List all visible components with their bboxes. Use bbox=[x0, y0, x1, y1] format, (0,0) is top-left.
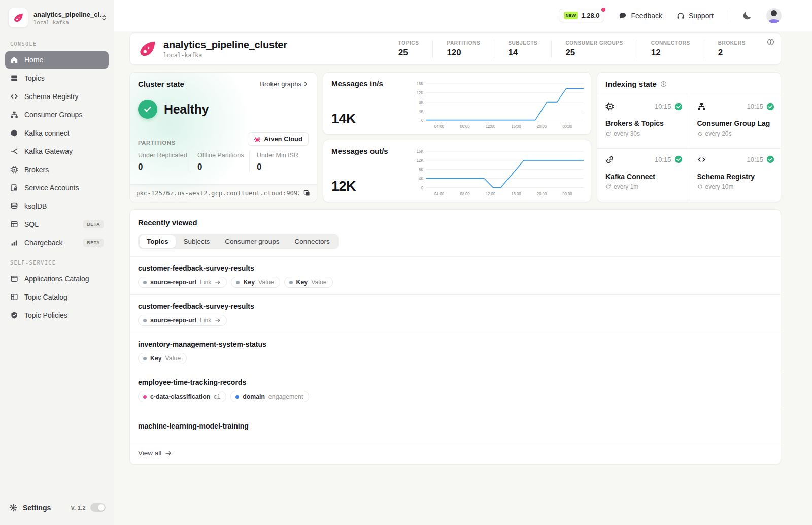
stat-value: 25 bbox=[565, 48, 623, 58]
link-icon bbox=[605, 155, 614, 164]
sidebar-item-brokers[interactable]: Brokers bbox=[5, 161, 109, 178]
svg-text:12K: 12K bbox=[417, 90, 424, 95]
topic-name: inventory-management-system-status bbox=[138, 340, 772, 348]
sidebar-item-home[interactable]: Home bbox=[5, 51, 109, 69]
stat-label: CONNECTORS bbox=[651, 40, 690, 46]
list-item[interactable]: machine-learning-model-training bbox=[130, 409, 781, 443]
svg-text:20:00: 20:00 bbox=[537, 191, 547, 196]
svg-text:04:00: 04:00 bbox=[434, 191, 444, 196]
tag-source-repo-url[interactable]: source-repo-urlLink bbox=[138, 315, 227, 326]
indexing-cell-status: 10:15 bbox=[747, 103, 774, 111]
stat-value: 14 bbox=[508, 48, 537, 58]
tag-key[interactable]: KeyValue bbox=[284, 277, 333, 288]
cluster-switcher[interactable]: analytics_pipeline_cl… local-kafka bbox=[0, 0, 114, 33]
tag-dot bbox=[143, 319, 147, 322]
sidebar-item-topic-policies[interactable]: Topic Policies bbox=[5, 307, 109, 324]
code-icon bbox=[697, 155, 706, 164]
sidebar-item-label: Topic Catalog bbox=[24, 293, 67, 301]
tag-value: engagement bbox=[268, 393, 303, 400]
topbar: NEW 1.28.0 Feedback Support bbox=[114, 0, 812, 31]
sidebar-item-chargeback[interactable]: ChargebackBETA bbox=[5, 234, 109, 251]
tag-key: Key bbox=[150, 355, 162, 362]
sidebar-item-topic-catalog[interactable]: Topic Catalog bbox=[5, 288, 109, 306]
sidebar-item-applications-catalog[interactable]: Applications Catalog bbox=[5, 270, 109, 287]
svg-text:08:00: 08:00 bbox=[460, 191, 469, 196]
health-status-label: Healthy bbox=[164, 102, 209, 117]
svg-text:08:00: 08:00 bbox=[460, 123, 469, 129]
cluster-stats: TOPICS25PARTITIONS120SUBJECTS14CONSUMER … bbox=[385, 33, 759, 64]
provider-badge[interactable]: Aiven Cloud bbox=[248, 132, 309, 146]
sidebar-item-label: Schema Registry bbox=[24, 92, 79, 101]
partition-stat-value: 0 bbox=[197, 162, 249, 172]
sidebar-item-settings[interactable]: Settings bbox=[9, 504, 66, 512]
copy-icon[interactable] bbox=[303, 189, 311, 197]
messages-out-card: Messages out/s 12K 16K12K8K4K004:0008:00… bbox=[323, 140, 591, 202]
sidebar-item-kafka-gateway[interactable]: Kafka Gateway bbox=[5, 143, 109, 160]
indexing-name: Brokers & Topics bbox=[605, 119, 683, 127]
feedback-button[interactable]: Feedback bbox=[619, 12, 662, 20]
refresh-icon bbox=[605, 131, 611, 137]
indexing-time: 10:15 bbox=[747, 156, 763, 163]
sidebar: analytics_pipeline_cl… local-kafka CONSO… bbox=[0, 0, 114, 525]
list-item[interactable]: employee-time-tracking-recordsc-data-cla… bbox=[130, 371, 781, 409]
provider-label: Aiven Cloud bbox=[264, 135, 302, 143]
list-item[interactable]: customer-feedback-survey-resultssource-r… bbox=[130, 294, 781, 333]
hierarchy-icon bbox=[697, 102, 706, 111]
tag-list: c-data-classificationc1domainengagement bbox=[138, 391, 772, 402]
version-toggle[interactable] bbox=[90, 503, 106, 512]
header-stat-topics: TOPICS25 bbox=[385, 40, 433, 58]
content: analytics_pipeline_cluster local-kafka T… bbox=[114, 31, 812, 465]
header-stat-partitions: PARTITIONS120 bbox=[432, 40, 494, 58]
version-badge[interactable]: NEW 1.28.0 bbox=[559, 9, 605, 22]
tag-key: c-data-classification bbox=[150, 393, 210, 400]
tab-topics[interactable]: Topics bbox=[140, 235, 176, 248]
info-icon[interactable] bbox=[660, 81, 667, 87]
indexing-state-card: Indexing state 10:15Brokers & Topicsever… bbox=[597, 72, 781, 202]
sidebar-item-label: Applications Catalog bbox=[24, 275, 89, 283]
partition-stat-label: Under Min ISR bbox=[257, 152, 309, 159]
tag-key[interactable]: KeyValue bbox=[138, 353, 187, 364]
chevron-right-icon bbox=[303, 81, 309, 87]
tag-domain[interactable]: domainengagement bbox=[230, 391, 309, 402]
indexing-frequency: every 30s bbox=[605, 130, 683, 137]
chevron-expand-icon[interactable] bbox=[100, 14, 108, 21]
indexing-time: 10:15 bbox=[655, 103, 671, 110]
stat-value: 25 bbox=[398, 48, 419, 58]
sidebar-item-service-accounts[interactable]: Service Accounts bbox=[5, 179, 109, 196]
tab-consumer-groups[interactable]: Consumer groups bbox=[218, 235, 286, 248]
partition-stat-value: 0 bbox=[138, 162, 190, 172]
tag-c-data-classification[interactable]: c-data-classificationc1 bbox=[138, 391, 226, 402]
tab-subjects[interactable]: Subjects bbox=[177, 235, 217, 248]
tab-connectors[interactable]: Connectors bbox=[288, 235, 337, 248]
list-item[interactable]: inventory-management-system-statusKeyVal… bbox=[130, 333, 781, 371]
tag-dot bbox=[235, 395, 239, 399]
info-icon[interactable] bbox=[767, 38, 774, 46]
recently-viewed-tabs: TopicsSubjectsConsumer groupsConnectors bbox=[138, 234, 339, 249]
chart-big-value: 14K bbox=[331, 111, 409, 131]
sidebar-item-label: SQL bbox=[24, 220, 39, 228]
doc-lock-icon bbox=[10, 184, 18, 192]
support-button[interactable]: Support bbox=[676, 12, 714, 20]
tag-source-repo-url[interactable]: source-repo-urlLink bbox=[138, 277, 227, 288]
indexing-frequency-label: every 20s bbox=[705, 130, 732, 137]
list-item[interactable]: customer-feedback-survey-resultssource-r… bbox=[130, 256, 781, 294]
sidebar-item-topics[interactable]: Topics bbox=[5, 70, 109, 87]
user-avatar[interactable] bbox=[766, 8, 782, 23]
sidebar-item-label: Kafka connect bbox=[24, 129, 70, 137]
partitions-label: PARTITIONS bbox=[138, 140, 176, 146]
sidebar-item-sql[interactable]: SQLBETA bbox=[5, 216, 109, 233]
gateway-icon bbox=[10, 147, 18, 155]
view-all-link[interactable]: View all bbox=[130, 443, 781, 464]
arrow-right-icon bbox=[215, 279, 221, 285]
tag-key[interactable]: KeyValue bbox=[231, 277, 280, 288]
dark-mode-toggle[interactable] bbox=[742, 11, 752, 20]
app-version: V. 1.2 bbox=[71, 505, 86, 511]
sidebar-item-kafka-connect[interactable]: Kafka connect bbox=[5, 124, 109, 142]
sidebar-item-consumer-groups[interactable]: Consumer Groups bbox=[5, 106, 109, 123]
sidebar-item-schema-registry[interactable]: Schema Registry bbox=[5, 88, 109, 105]
sidebar-item-label: Chargeback bbox=[24, 239, 63, 247]
tag-key: domain bbox=[243, 393, 265, 400]
broker-graphs-link[interactable]: Broker graphs bbox=[260, 80, 309, 88]
sidebar-item-ksqldb[interactable]: ksqlDB bbox=[5, 198, 109, 215]
tag-dot bbox=[236, 281, 240, 284]
